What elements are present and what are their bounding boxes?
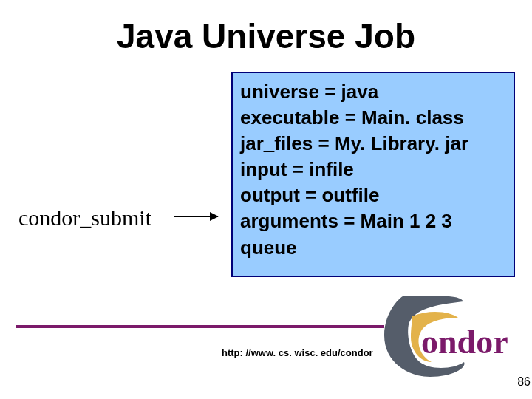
command-label: condor_submit — [18, 205, 151, 231]
page-number: 86 — [517, 375, 531, 389]
footer-url: http: //www. cs. wisc. edu/condor — [222, 347, 373, 358]
code-line: universe = java — [240, 79, 506, 105]
divider-thin — [16, 330, 384, 330]
arrow-icon — [174, 216, 218, 217]
divider-thick — [16, 325, 384, 328]
code-line: input = infile — [240, 157, 506, 183]
slide-title: Java Universe Job — [0, 16, 532, 56]
code-line: jar_files = My. Library. jar — [240, 131, 506, 157]
submit-file-box: universe = java executable = Main. class… — [231, 72, 515, 277]
code-line: output = outfile — [240, 183, 506, 208]
slide: Java Universe Job condor_submit universe… — [0, 0, 532, 399]
condor-logo: ondor — [378, 288, 526, 384]
code-line: arguments = Main 1 2 3 — [240, 208, 506, 234]
logo-text: ondor — [421, 323, 508, 361]
divider — [16, 325, 384, 330]
code-line: executable = Main. class — [240, 105, 506, 131]
code-line: queue — [240, 235, 506, 261]
